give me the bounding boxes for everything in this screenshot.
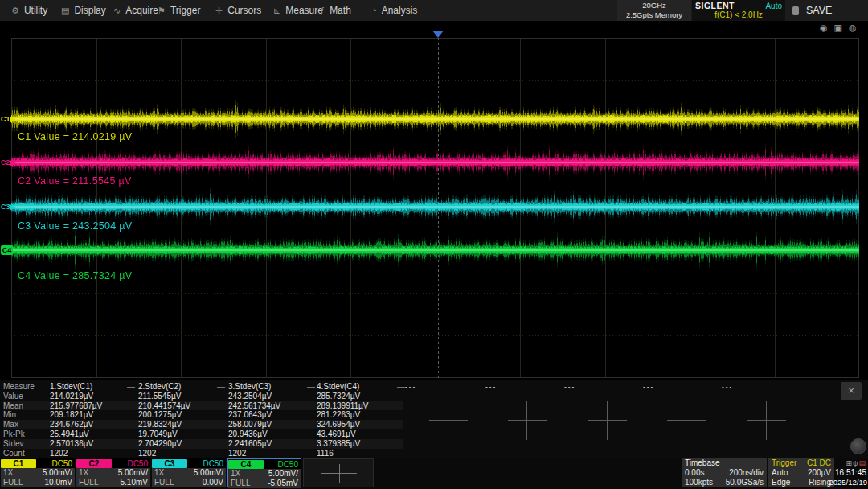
- waveform-graticule: [11, 38, 859, 378]
- max-c3: 258.0079µV: [228, 420, 317, 429]
- menu-measure[interactable]: ⊾ Measure: [273, 0, 323, 21]
- trigger-position-marker[interactable]: [432, 31, 444, 38]
- c2-chip: C2: [76, 459, 112, 468]
- measure-slot-dots-2[interactable]: •••: [485, 384, 497, 391]
- min-c1: 209.1821µV: [50, 410, 138, 420]
- collapse-measure-4[interactable]: —: [397, 382, 405, 392]
- measure-row-header: Measure: [3, 382, 50, 392]
- save-label: SAVE: [806, 5, 832, 16]
- menu-acquire[interactable]: ∿ Acquire: [113, 0, 158, 21]
- channel-marker-c3[interactable]: C3▶: [1, 202, 13, 212]
- add-measurement-button-3[interactable]: [588, 401, 627, 440]
- save-button[interactable]: SAVE: [792, 0, 832, 21]
- speaker-icon[interactable]: ◍: [849, 23, 857, 33]
- siglent-logo: SIGLENT: [695, 1, 735, 10]
- min-c2: 200.1275µV: [138, 410, 228, 420]
- c2-offset: 5.10mV: [121, 478, 148, 487]
- pkpk-c4: 43.4691µV: [317, 429, 403, 439]
- oscilloscope-screen: ⚙ Utility ▤ Display ∿ Acquire ⚑ Trigger …: [0, 0, 868, 489]
- menu-display[interactable]: ▤ Display: [61, 0, 106, 21]
- count-c3: 1202: [228, 449, 317, 458]
- row-label-stdev: Stdev: [3, 439, 50, 449]
- menu-math-label: Math: [330, 5, 351, 16]
- memory-label: 2.5Gpts Memory: [617, 10, 691, 20]
- channel-marker-c2[interactable]: C2▶: [1, 158, 13, 167]
- camera-icon[interactable]: ◉: [820, 23, 828, 33]
- measure-slot-dots-3[interactable]: •••: [564, 384, 575, 391]
- display-icon: ▤: [61, 6, 69, 16]
- pkpk-c3: 20.9436µV: [228, 429, 317, 439]
- c3-bandwidth-limit: FULL: [154, 478, 174, 487]
- c1-vdiv: 5.00mV/: [43, 468, 72, 478]
- scroll-knob[interactable]: [850, 438, 866, 454]
- mean-c3: 242.561734µV: [228, 401, 317, 411]
- trigger-frequency-readout: f(C1) < 2.0Hz: [695, 10, 782, 20]
- measure-slot-dots-5[interactable]: •••: [722, 384, 733, 391]
- stdev-c3: 2.241605µV: [228, 439, 317, 449]
- channel-box-c4[interactable]: C4 DC50 1X5.00mV/ FULL-5.05mV: [227, 458, 301, 487]
- timebase-box[interactable]: Timebase 0.00s200ns/div 100kpts50.0GSa/s: [682, 458, 767, 487]
- measure-col-header-c2[interactable]: 2.Stdev(C2): [138, 382, 228, 392]
- c4-chip: C4: [228, 460, 264, 469]
- c1-offset: 10.0mV: [45, 478, 72, 487]
- c2-bandwidth-limit: FULL: [79, 478, 98, 487]
- clock-box[interactable]: ⊞ψ▤ 16:51:45 2025/12/19: [820, 458, 868, 487]
- add-measurement-button-5[interactable]: [747, 401, 786, 440]
- menu-acquire-label: Acquire: [125, 5, 158, 16]
- c4-coupling: DC50: [277, 460, 301, 469]
- stdev-c4: 3.379385µV: [317, 439, 403, 449]
- collapse-measure-3[interactable]: —: [307, 382, 315, 392]
- add-measurement-button-1[interactable]: [429, 401, 468, 440]
- count-c4: 1116: [317, 449, 403, 458]
- row-label-mean: Mean: [3, 401, 50, 411]
- count-c2: 1202: [138, 449, 228, 458]
- row-label-max: Max: [3, 420, 50, 429]
- save-disk-icon: [792, 6, 799, 15]
- add-channel-button[interactable]: [303, 458, 374, 487]
- bandwidth-label: 20GHz: [617, 1, 691, 10]
- collapse-measure-2[interactable]: —: [217, 382, 225, 392]
- value-c1: 214.0219µV: [50, 392, 138, 401]
- measure-col-header-c1[interactable]: 1.Stdev(C1): [50, 382, 138, 392]
- collapse-measure-1[interactable]: —: [127, 382, 135, 392]
- fullscreen-icon[interactable]: ▣: [834, 23, 842, 33]
- top-menu-bar: ⚙ Utility ▤ Display ∿ Acquire ⚑ Trigger …: [0, 0, 868, 22]
- measure-panel: Measure 1.Stdev(C1) 2.Stdev(C2) 3.Stdev(…: [0, 380, 868, 458]
- timebase-scale: 200ns/div: [729, 468, 764, 478]
- trigger-type: Edge: [772, 478, 790, 487]
- stdev-c1: 2.570136µV: [50, 439, 138, 449]
- max-c1: 234.6762µV: [50, 420, 138, 429]
- measure-slot-dots-4[interactable]: •••: [643, 384, 654, 391]
- menu-measure-label: Measure: [285, 5, 323, 16]
- add-measurement-button-4[interactable]: [667, 401, 706, 440]
- channel-box-c1[interactable]: C1 DC50 1X5.00mV/ FULL10.0mV: [1, 458, 75, 487]
- max-c2: 219.8324µV: [138, 420, 228, 429]
- measure-col-header-c4[interactable]: 4.Stdev(C4): [317, 382, 403, 392]
- channel-box-c2[interactable]: C2 DC50 1X5.00mV/ FULL5.10mV: [76, 458, 150, 487]
- max-c4: 324.6954µV: [317, 420, 403, 429]
- c3-vdiv: 5.00mV/: [194, 468, 223, 478]
- channel-box-c3[interactable]: C3 DC50 1X5.00mV/ FULL0.00V: [152, 458, 226, 487]
- channel-marker-c1[interactable]: C1▶: [1, 114, 13, 124]
- menu-utility-label: Utility: [24, 5, 47, 16]
- c4-value-readout: C4 Value = 285.7324 µV: [18, 270, 133, 281]
- menu-analysis[interactable]: ◔ Analysis: [371, 0, 417, 21]
- measure-slot-dots-1[interactable]: •••: [405, 384, 416, 391]
- value-c3: 243.2504µV: [228, 392, 317, 401]
- math-icon: ƒ: [320, 6, 325, 15]
- measure-col-header-c3[interactable]: 3.Stdev(C3): [228, 382, 317, 392]
- pkpk-c2: 19.7049µV: [138, 429, 228, 439]
- row-label-count: Count: [3, 449, 50, 458]
- value-c4: 285.7324µV: [317, 392, 403, 401]
- menu-math[interactable]: ƒ Math: [320, 0, 351, 21]
- menu-trigger[interactable]: ⚑ Trigger: [158, 0, 200, 21]
- close-measure-panel-button[interactable]: ×: [841, 382, 862, 400]
- c1-bandwidth-limit: FULL: [3, 478, 23, 487]
- status-bar: C1 DC50 1X5.00mV/ FULL10.0mV C2 DC50 1X5…: [0, 458, 868, 489]
- menu-cursors[interactable]: ✛ Cursors: [215, 0, 261, 21]
- trigger-status-panel[interactable]: SIGLENT Auto f(C1) < 2.0Hz: [692, 0, 785, 21]
- c1-coupling: DC50: [51, 459, 75, 468]
- add-measurement-button-2[interactable]: [508, 401, 547, 440]
- channel-marker-c4[interactable]: C4: [1, 245, 13, 255]
- menu-utility[interactable]: ⚙ Utility: [11, 0, 47, 21]
